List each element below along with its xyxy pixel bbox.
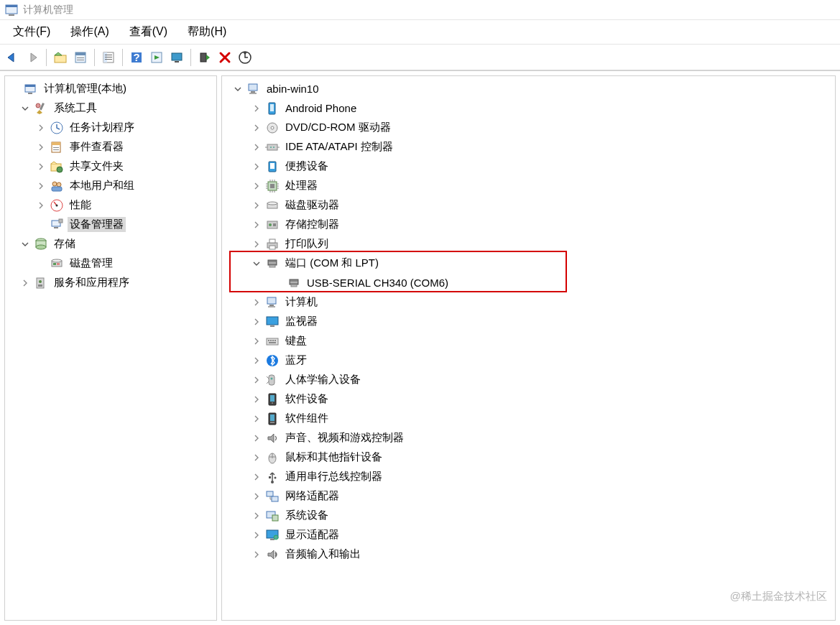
expand-icon[interactable] (251, 200, 262, 210)
device-category[interactable]: 存储控制器 (223, 215, 834, 234)
expand-icon[interactable] (36, 142, 46, 152)
device-category[interactable]: 磁盘驱动器 (223, 195, 834, 215)
tree-storage[interactable]: 存储 (6, 234, 215, 254)
svg-rect-51 (251, 91, 255, 93)
shared-folders-icon (50, 159, 64, 174)
device-category[interactable]: 软件设备 (223, 389, 834, 409)
device-category[interactable]: 处理器 (223, 176, 834, 195)
tree-services-apps[interactable]: 服务和应用程序 (6, 273, 215, 292)
device-category[interactable]: 蓝牙 (223, 351, 834, 370)
expand-icon[interactable] (251, 356, 262, 366)
expand-icon[interactable] (251, 375, 262, 385)
svg-rect-61 (270, 163, 274, 169)
expand-icon[interactable] (251, 491, 262, 501)
device-category[interactable]: 人体学输入设备 (223, 370, 834, 389)
menu-help[interactable]: 帮助(H) (177, 22, 236, 42)
tree-item[interactable]: 本地用户和组 (6, 176, 215, 195)
expand-icon[interactable] (36, 181, 46, 191)
uninstall-device-button[interactable] (216, 48, 234, 67)
back-button[interactable] (3, 48, 22, 67)
properties-button[interactable] (71, 48, 90, 67)
expand-icon[interactable] (251, 297, 262, 307)
show-hide-button[interactable] (99, 48, 118, 67)
device-category[interactable]: 声音、视频和游戏控制器 (223, 428, 834, 448)
expand-icon[interactable] (251, 103, 262, 114)
svg-point-99 (274, 476, 277, 478)
device-category[interactable]: 通用串行总线控制器 (223, 467, 834, 486)
port-icon (265, 256, 280, 271)
device-category[interactable]: 便携设备 (223, 157, 834, 176)
tree-system-tools[interactable]: 系统工具 (6, 98, 215, 118)
tree-item[interactable]: 共享文件夹 (6, 157, 215, 176)
device-category[interactable]: 键盘 (223, 331, 834, 351)
help-button[interactable]: ? (127, 48, 146, 67)
expand-icon[interactable] (251, 123, 262, 133)
menu-file[interactable]: 文件(F) (3, 22, 60, 42)
device-category[interactable]: IDE ATA/ATAPI 控制器 (223, 137, 834, 157)
device-category[interactable]: 监视器 (223, 312, 834, 331)
device-label: 网络适配器 (283, 489, 341, 504)
menu-action[interactable]: 操作(A) (60, 22, 119, 42)
enable-device-button[interactable] (195, 48, 214, 67)
expand-icon[interactable] (251, 472, 262, 482)
remote-computer-button[interactable] (167, 48, 186, 67)
device-category[interactable]: 系统设备 (223, 506, 834, 525)
tree-item[interactable]: 设备管理器 (6, 215, 215, 234)
svg-rect-34 (52, 187, 62, 191)
expand-icon[interactable] (251, 162, 262, 172)
expand-icon[interactable] (251, 433, 262, 443)
expand-icon[interactable] (36, 200, 46, 210)
collapse-icon[interactable] (233, 84, 243, 94)
svg-point-89 (271, 377, 273, 379)
tree-root-computer-management[interactable]: 计算机管理(本地) (6, 79, 215, 98)
svg-rect-1 (6, 5, 17, 7)
expand-icon[interactable] (36, 162, 46, 172)
expand-icon[interactable] (251, 550, 262, 560)
device-category[interactable]: 端口 (COM 和 LPT) (223, 254, 834, 273)
collapse-icon[interactable] (251, 259, 262, 269)
svg-point-106 (274, 535, 278, 540)
expand-icon[interactable] (20, 278, 30, 288)
tree-item[interactable]: 磁盘管理 (6, 254, 215, 273)
expand-icon[interactable] (251, 394, 262, 404)
expand-icon[interactable] (251, 142, 262, 152)
expand-icon[interactable] (251, 336, 262, 346)
device-item[interactable]: USB-SERIAL CH340 (COM6) (223, 273, 834, 292)
expand-icon[interactable] (251, 414, 262, 424)
expand-icon[interactable] (251, 239, 262, 249)
device-category[interactable]: 软件组件 (223, 409, 834, 428)
device-category[interactable]: 计算机 (223, 292, 834, 312)
collapse-icon[interactable] (20, 239, 30, 249)
tree-item[interactable]: 事件查看器 (6, 137, 215, 157)
expand-icon[interactable] (251, 453, 262, 463)
device-category[interactable]: 鼠标和其他指针设备 (223, 448, 834, 467)
device-category[interactable]: DVD/CD-ROM 驱动器 (223, 118, 834, 137)
tree-item[interactable]: 性能 (6, 195, 215, 215)
device-root[interactable]: abin-win10 (223, 79, 834, 98)
up-level-button[interactable] (51, 48, 70, 67)
device-category[interactable]: 音频输入和输出 (223, 545, 834, 564)
svg-rect-21 (25, 85, 35, 87)
tree-item[interactable]: 任务计划程序 (6, 118, 215, 137)
device-category[interactable]: Android Phone (223, 98, 834, 118)
action-pane-button[interactable] (147, 48, 166, 67)
computer-icon (246, 82, 261, 96)
device-label: 鼠标和其他指针设备 (283, 450, 384, 465)
device-category[interactable]: 显示适配器 (223, 525, 834, 545)
expand-icon[interactable] (36, 123, 46, 133)
collapse-icon[interactable] (20, 103, 30, 114)
device-category[interactable]: 打印队列 (223, 234, 834, 254)
expand-icon[interactable] (251, 181, 262, 191)
menu-view[interactable]: 查看(V) (119, 22, 177, 42)
forward-button[interactable] (23, 48, 42, 67)
expand-icon[interactable] (251, 530, 262, 540)
svg-point-58 (270, 147, 272, 148)
scan-hardware-button[interactable] (236, 48, 254, 67)
svg-rect-5 (75, 52, 86, 55)
expand-icon[interactable] (251, 511, 262, 521)
tree-label: 计算机管理(本地) (42, 81, 129, 96)
expand-icon[interactable] (251, 317, 262, 327)
device-category[interactable]: 网络适配器 (223, 486, 834, 506)
ide-icon (265, 140, 280, 154)
expand-icon[interactable] (251, 220, 262, 230)
